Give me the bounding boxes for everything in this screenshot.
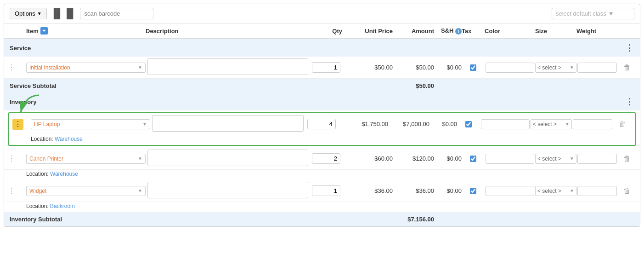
hp-color-input[interactable]	[481, 119, 530, 129]
service-item-select[interactable]: Initial Installation ▼	[26, 63, 146, 73]
canon-item-row: ⋮ Canon Printer ▼ $60.00 $120.00 $0.00 <…	[4, 148, 640, 170]
service-size-chevron: ▼	[570, 65, 574, 70]
canon-item-select[interactable]: Canon Printer ▼	[26, 154, 146, 164]
widget-location-label: Location:	[26, 203, 50, 209]
service-section-header: Service ⋮	[4, 39, 640, 57]
tax-col-header: Tax	[462, 28, 485, 35]
hp-laptop-highlighted-container: ⋮ HP Laptop ▼ $1,750.00 $7,000.00 $0.00	[8, 112, 636, 146]
widget-container: ⋮ Widget ▼ $36.00 $36.00 $0.00 < select …	[4, 180, 640, 212]
canon-amount: $120.00	[393, 155, 434, 162]
service-subtotal-amount: $50.00	[393, 82, 434, 89]
service-weight-input[interactable]	[577, 63, 617, 73]
inventory-label: Inventory	[10, 98, 37, 105]
widget-size-chevron: ▼	[570, 188, 574, 193]
barcode-icon: ▐▌▐▌	[51, 8, 77, 19]
widget-tax-cell	[462, 188, 485, 194]
widget-item-name: Widget	[29, 188, 136, 194]
description-col-header: Description	[146, 28, 310, 35]
canon-item-name: Canon Printer	[29, 156, 136, 162]
hp-size-chevron: ▼	[565, 121, 570, 127]
inventory-section-header: Inventory ⋮	[4, 93, 640, 110]
widget-size-text: < select >	[537, 188, 570, 194]
options-button[interactable]: Options ▼	[10, 8, 47, 19]
widget-location-link[interactable]: Backroom	[50, 203, 75, 209]
sh-info-icon[interactable]: i	[455, 28, 462, 35]
service-tax-checkbox[interactable]	[470, 64, 476, 71]
hp-laptop-item-row: ⋮ HP Laptop ▼ $1,750.00 $7,000.00 $0.00	[9, 113, 635, 135]
hp-weight-input[interactable]	[573, 119, 612, 129]
widget-sh: $0.00	[434, 187, 462, 194]
hp-size-select[interactable]: < select > ▼	[531, 119, 572, 129]
hp-item-name: HP Laptop	[34, 121, 141, 127]
hp-item-select[interactable]: HP Laptop ▼	[31, 119, 150, 129]
canon-location-label: Location:	[26, 171, 50, 177]
service-qty-input[interactable]	[312, 62, 340, 73]
qty-col-header: Qty	[310, 28, 342, 35]
hp-amount: $7,000.00	[388, 121, 429, 127]
hp-size-text: < select >	[533, 121, 565, 127]
widget-weight-input[interactable]	[577, 186, 617, 196]
service-desc-textarea[interactable]	[147, 58, 308, 75]
widget-desc-textarea[interactable]	[147, 182, 308, 198]
service-label: Service	[10, 45, 31, 52]
color-col-header: Color	[485, 28, 535, 35]
canon-desc-textarea[interactable]	[147, 150, 308, 166]
service-unit-price: $50.00	[342, 64, 393, 71]
widget-size-select[interactable]: < select > ▼	[535, 186, 576, 196]
service-sh: $0.00	[434, 64, 462, 71]
widget-item-row: ⋮ Widget ▼ $36.00 $36.00 $0.00 < select …	[4, 180, 640, 202]
widget-tax-checkbox[interactable]	[470, 188, 476, 194]
widget-item-select[interactable]: Widget ▼	[26, 186, 146, 196]
service-item-name: Initial Installation	[29, 64, 136, 71]
options-caret: ▼	[37, 11, 42, 16]
hp-desc-textarea[interactable]	[152, 115, 304, 132]
service-subtotal-label: Service Subtotal	[8, 82, 393, 89]
hp-delete-button[interactable]: 🗑	[613, 120, 632, 128]
hp-tax-checkbox[interactable]	[465, 121, 472, 127]
barcode-input[interactable]	[80, 8, 153, 19]
default-class-select[interactable]: select default class ▼	[552, 8, 634, 19]
canon-weight-input[interactable]	[577, 154, 617, 164]
sh-col-header: S&H i	[434, 27, 462, 35]
canon-printer-container: ⋮ Canon Printer ▼ $60.00 $120.00 $0.00 <…	[4, 148, 640, 180]
unit-price-col-header: Unit Price	[342, 28, 393, 35]
canon-size-select[interactable]: < select > ▼	[535, 154, 576, 164]
canon-item-chevron: ▼	[138, 156, 142, 161]
service-item-row: ⋮ Initial Installation ▼ $50.00 $50.00 $…	[4, 57, 640, 79]
service-amount: $50.00	[393, 64, 434, 71]
add-item-icon[interactable]: +	[40, 27, 48, 35]
item-col-header: Item +	[26, 27, 146, 35]
widget-color-input[interactable]	[486, 186, 534, 196]
canon-qty-input[interactable]	[312, 153, 340, 164]
canon-location-link[interactable]: Warehouse	[50, 171, 78, 177]
canon-delete-button[interactable]: 🗑	[618, 155, 636, 163]
hp-qty-input[interactable]	[307, 119, 336, 129]
hp-sh: $0.00	[429, 121, 457, 127]
amount-col-header: Amount	[393, 28, 434, 35]
service-section-dots[interactable]: ⋮	[625, 43, 634, 53]
default-class-placeholder: select default class	[556, 10, 606, 17]
service-item-chevron: ▼	[138, 65, 142, 70]
service-color-input[interactable]	[486, 63, 534, 73]
widget-qty-input[interactable]	[312, 185, 340, 196]
canon-tax-checkbox[interactable]	[470, 156, 476, 162]
canon-color-input[interactable]	[486, 154, 534, 164]
canon-size-text: < select >	[537, 156, 570, 162]
hp-item-chevron: ▼	[142, 121, 147, 127]
canon-drag-handle[interactable]: ⋮	[8, 154, 26, 163]
inventory-section-dots[interactable]: ⋮	[625, 97, 634, 107]
inventory-subtotal-amount: $7,156.00	[393, 216, 434, 223]
column-headers: Item + Description Qty Unit Price Amount…	[4, 23, 640, 39]
widget-drag-handle[interactable]: ⋮	[8, 186, 26, 195]
canon-sh: $0.00	[434, 155, 462, 162]
inventory-subtotal-row: Inventory Subtotal $7,156.00	[4, 212, 640, 226]
inventory-subtotal-label: Inventory Subtotal	[8, 216, 393, 223]
service-drag-handle[interactable]: ⋮	[8, 63, 26, 72]
hp-location-row: Location: Warehouse	[9, 135, 635, 145]
hp-drag-handle[interactable]: ⋮	[12, 119, 23, 130]
service-subtotal-row: Service Subtotal $50.00	[4, 79, 640, 93]
widget-delete-button[interactable]: 🗑	[618, 187, 636, 195]
service-delete-button[interactable]: 🗑	[618, 64, 636, 72]
hp-location-link[interactable]: Warehouse	[55, 136, 83, 142]
service-size-select[interactable]: < select > ▼	[535, 63, 576, 73]
